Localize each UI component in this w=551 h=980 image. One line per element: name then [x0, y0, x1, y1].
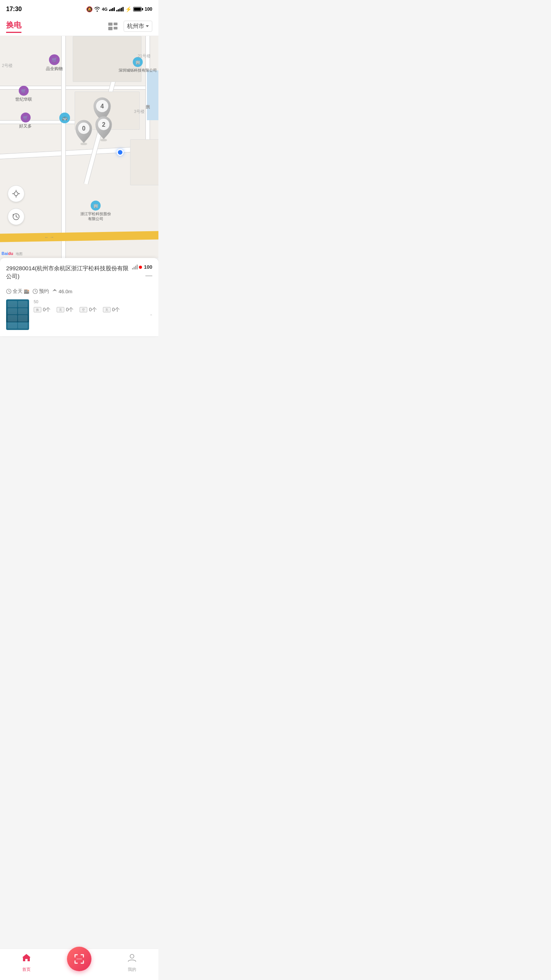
poi-shiji: 🛒 世纪华联: [15, 86, 32, 102]
mute-icon: 🔕: [86, 6, 93, 12]
history-button[interactable]: [8, 208, 24, 225]
map-pin-0[interactable]: 0: [74, 118, 94, 145]
poi-haoyoudu: 🛒 好又多: [19, 113, 32, 129]
battery-slot-kong: 空 0个: [80, 306, 96, 313]
station-title: 299280014(杭州市余杭区浙江宇松科技股份有限公司): [6, 264, 132, 280]
user-location-dot: [117, 149, 124, 156]
map-area[interactable]: ← → 永 🛒 品全购物 🛒 世纪华联 🛒 好又多 🏢 深圳城铄科技有限公司: [0, 36, 158, 258]
battery-slot-chong1: 充 0个: [57, 306, 73, 313]
station-info-card: 299280014(杭州市余杭区浙江宇松科技股份有限公司) 100 —: [0, 258, 158, 336]
reservation-label: 预约: [39, 288, 49, 295]
main-road-yellow: ← → 永: [0, 231, 158, 242]
signal-bars-2: [116, 7, 124, 11]
header-right: 杭州市: [108, 21, 152, 32]
battery-slot-huan: 换 0个: [34, 306, 51, 313]
wifi-icon: [94, 7, 100, 12]
hours-label: 全天: [13, 288, 23, 295]
reservation-item: 预约: [33, 288, 49, 295]
page-title[interactable]: 换电: [6, 20, 21, 33]
building-label-21: 21号楼: [138, 53, 151, 59]
grid-list-toggle[interactable]: [108, 22, 119, 31]
bus-icon: 🚌: [59, 113, 70, 123]
network-4g: 4G: [102, 7, 108, 11]
history-icon: [12, 212, 20, 221]
distance-label: 46.0m: [59, 289, 72, 294]
battery-indicator: [133, 7, 143, 11]
charging-icon: ⚡: [125, 6, 132, 12]
navigation-icon: [52, 289, 57, 294]
status-bar: 17:30 🔕 4G ⚡: [0, 0, 158, 17]
status-time: 17:30: [6, 6, 22, 13]
distance-item: 46.0m: [52, 289, 72, 294]
svg-text:4: 4: [101, 103, 104, 109]
svg-point-9: [14, 192, 18, 196]
city-selector[interactable]: 杭州市: [124, 21, 152, 32]
header: 换电 杭州市: [0, 17, 158, 36]
battery-slot-chong2: 充 0个: [103, 306, 120, 313]
signal-indicator: 100: [132, 264, 152, 270]
battery-percent: 100: [145, 7, 152, 12]
signal-error-dot: [139, 266, 142, 269]
station-image: [6, 299, 29, 330]
clock-icon: [6, 289, 11, 294]
signal-value: 100: [144, 264, 152, 270]
poi-pinquan: 🛒 品全购物: [46, 54, 63, 72]
status-icons: 🔕 4G ⚡: [86, 6, 152, 12]
building-label-3: 3号楼: [134, 109, 145, 114]
poi-yusong: 🏢 浙江宇松科技股份有限公司: [80, 201, 111, 221]
minus-icon: —: [145, 271, 152, 279]
clock-icon-2: [33, 289, 38, 294]
signal-bars-1: [109, 7, 115, 11]
battery-slots: 换 0个 充 0个 空 0个: [34, 306, 145, 313]
hours-item: 全天 🏬: [6, 288, 29, 295]
map-pin-2[interactable]: 2: [94, 114, 114, 141]
battery-slots-container: 50 换 0个 充 0个: [34, 299, 145, 313]
crosshair-icon: [12, 189, 20, 198]
separator-dash: -: [150, 311, 152, 319]
station-meta: 全天 🏬 预约 46.0m: [6, 288, 152, 295]
chevron-down-icon: [146, 25, 149, 27]
svg-text:0: 0: [82, 125, 86, 132]
poi-shenzhen: 🏢 深圳城铄科技有限公司: [119, 57, 157, 73]
map-watermark: Baidu 地图: [0, 250, 24, 257]
svg-text:2: 2: [102, 121, 106, 128]
open-icon: 🏬: [24, 289, 29, 294]
station-content: 50 换 0个 充 0个: [6, 299, 152, 330]
city-name: 杭州市: [127, 23, 144, 30]
location-center-button[interactable]: [8, 185, 24, 202]
building-label-2: 2号楼: [2, 63, 13, 69]
